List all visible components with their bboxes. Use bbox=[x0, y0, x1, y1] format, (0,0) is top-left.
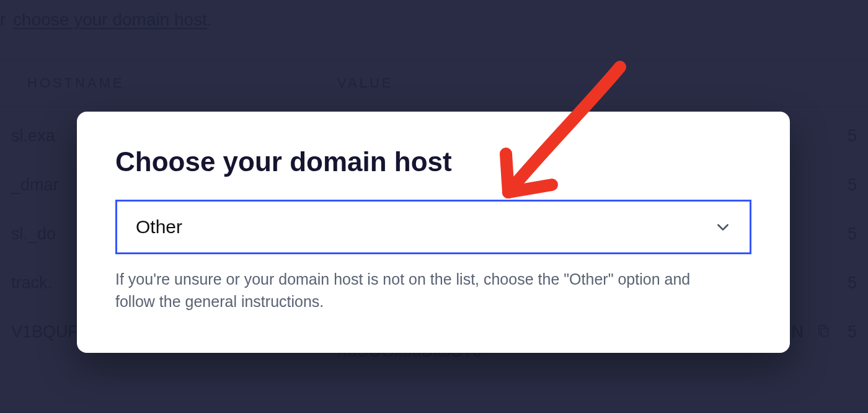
domain-host-select-value: Other bbox=[136, 216, 182, 238]
modal-title: Choose your domain host bbox=[115, 146, 751, 177]
domain-host-select[interactable]: Other bbox=[115, 200, 751, 254]
choose-domain-host-modal: Choose your domain host Other If you're … bbox=[77, 112, 790, 353]
modal-hint: If you're unsure or your domain host is … bbox=[115, 268, 723, 313]
chevron-down-icon bbox=[715, 219, 731, 235]
